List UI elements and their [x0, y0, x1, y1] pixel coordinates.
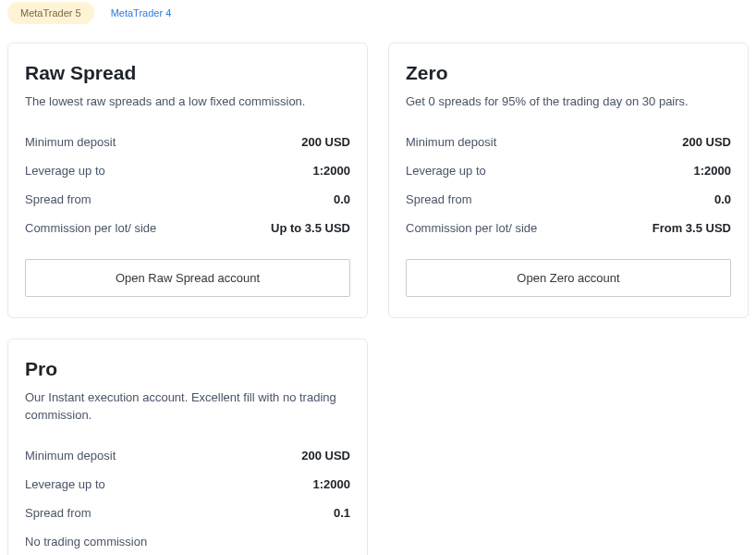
row-value: 1:2000	[313, 164, 350, 178]
row-spread: Spread from 0.1	[25, 499, 350, 527]
row-label: Minimum deposit	[25, 135, 116, 149]
row-label: Leverage up to	[25, 477, 105, 491]
row-label: Leverage up to	[25, 164, 105, 178]
row-min-deposit: Minimum deposit 200 USD	[25, 441, 350, 470]
row-spread: Spread from 0.0	[25, 185, 350, 214]
account-cards: Raw Spread The lowest raw spreads and a …	[7, 43, 749, 555]
row-leverage: Leverage up to 1:2000	[406, 156, 731, 185]
open-raw-spread-button[interactable]: Open Raw Spread account	[25, 259, 350, 297]
row-leverage: Leverage up to 1:2000	[25, 470, 350, 499]
platform-tabs: MetaTrader 5 MetaTrader 4	[7, 2, 749, 24]
row-value: 1:2000	[313, 477, 350, 491]
card-raw-spread: Raw Spread The lowest raw spreads and a …	[7, 43, 368, 318]
row-label: Spread from	[25, 506, 91, 520]
card-zero: Zero Get 0 spreads for 95% of the tradin…	[388, 43, 749, 318]
row-value: Up to 3.5 USD	[271, 221, 350, 235]
card-description: The lowest raw spreads and a low fixed c…	[25, 93, 350, 111]
row-value: 200 USD	[301, 135, 350, 149]
row-min-deposit: Minimum deposit 200 USD	[25, 128, 350, 156]
row-value: 0.0	[334, 192, 350, 206]
tab-metatrader5[interactable]: MetaTrader 5	[7, 2, 94, 24]
row-label: Spread from	[25, 192, 91, 206]
row-value: 200 USD	[301, 449, 350, 462]
row-label: Minimum deposit	[25, 449, 116, 462]
row-value: 1:2000	[694, 164, 731, 178]
row-label: Commission per lot/ side	[25, 221, 156, 235]
card-description: Our Instant execution account. Excellent…	[25, 389, 350, 425]
card-description: Get 0 spreads for 95% of the trading day…	[406, 93, 731, 111]
row-commission-note: No trading commission	[25, 527, 350, 555]
card-title: Zero	[406, 62, 731, 84]
card-title: Pro	[25, 358, 350, 380]
row-value: From 3.5 USD	[652, 221, 731, 235]
card-title: Raw Spread	[25, 62, 350, 84]
row-value: 200 USD	[682, 135, 731, 149]
row-label: Commission per lot/ side	[406, 221, 537, 235]
row-commission: Commission per lot/ side From 3.5 USD	[406, 214, 731, 242]
row-value: 0.0	[714, 192, 731, 206]
row-label: Leverage up to	[406, 164, 486, 178]
row-label: Spread from	[406, 192, 472, 206]
row-leverage: Leverage up to 1:2000	[25, 156, 350, 185]
tab-metatrader4[interactable]: MetaTrader 4	[98, 2, 185, 24]
card-pro: Pro Our Instant execution account. Excel…	[7, 339, 368, 555]
row-value: 0.1	[334, 506, 350, 520]
row-spread: Spread from 0.0	[406, 185, 731, 214]
row-min-deposit: Minimum deposit 200 USD	[406, 128, 731, 156]
row-commission: Commission per lot/ side Up to 3.5 USD	[25, 214, 350, 242]
row-label: Minimum deposit	[406, 135, 496, 149]
open-zero-button[interactable]: Open Zero account	[406, 259, 731, 297]
